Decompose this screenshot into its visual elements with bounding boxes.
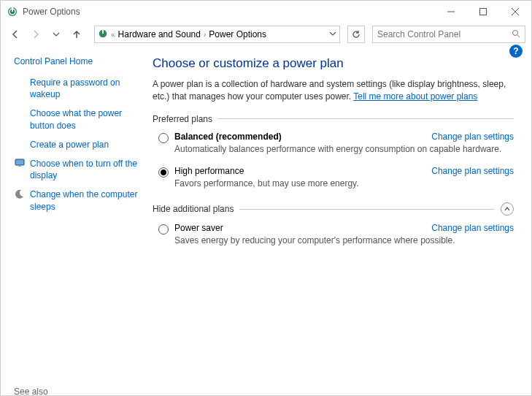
tell-me-more-link[interactable]: Tell me more about power plans xyxy=(353,91,477,102)
svg-rect-1 xyxy=(12,7,13,12)
see-also: See also Personalization User Accounts xyxy=(14,387,74,396)
svg-rect-12 xyxy=(18,165,21,167)
refresh-button[interactable] xyxy=(347,26,365,43)
plan-name: Power saver xyxy=(174,223,223,233)
sidebar-link-create-plan[interactable]: Create a power plan xyxy=(14,139,138,151)
moon-icon xyxy=(14,189,26,199)
change-plan-settings-link[interactable]: Change plan settings xyxy=(431,166,514,176)
sidebar-link-sleep[interactable]: Change when the computer sleeps xyxy=(14,189,138,212)
sidebar-link-label: Choose when to turn off the display xyxy=(30,158,138,181)
intro-text: A power plan is a collection of hardware… xyxy=(153,78,514,104)
navbar: « Hardware and Sound › Power Options Sea… xyxy=(1,23,531,46)
plan-description: Favors performance, but may use more ene… xyxy=(174,178,514,190)
preferred-plans-header: Preferred plans xyxy=(153,114,514,124)
monitor-icon xyxy=(14,158,26,168)
hide-additional-plans-header[interactable]: Hide additional plans xyxy=(153,202,514,216)
sidebar-link-label: Require a password on wakeup xyxy=(30,77,138,100)
svg-point-9 xyxy=(513,30,518,35)
sidebar-link-label: Change when the computer sleeps xyxy=(30,189,138,212)
page-title: Choose or customize a power plan xyxy=(153,56,514,71)
close-button[interactable] xyxy=(499,1,531,23)
plan-name: High performance xyxy=(174,166,244,176)
radio-power-saver[interactable] xyxy=(158,224,169,235)
control-panel-home-link[interactable]: Control Panel Home xyxy=(14,56,138,66)
power-options-icon xyxy=(7,6,18,18)
search-icon xyxy=(512,29,520,40)
up-button[interactable] xyxy=(68,26,85,43)
back-button[interactable] xyxy=(7,26,24,43)
address-dropdown-button[interactable] xyxy=(329,29,336,39)
plan-power-saver: Power saver Change plan settings Saves e… xyxy=(153,223,514,247)
svg-rect-8 xyxy=(102,29,104,33)
svg-line-10 xyxy=(517,35,520,37)
maximize-button[interactable] xyxy=(467,1,499,23)
minimize-button[interactable] xyxy=(435,1,467,23)
plan-name: Balanced (recommended) xyxy=(174,132,282,142)
svg-rect-11 xyxy=(15,159,24,165)
recent-locations-button[interactable] xyxy=(47,26,65,43)
change-plan-settings-link[interactable]: Change plan settings xyxy=(431,223,514,233)
sidebar-link-display-off[interactable]: Choose when to turn off the display xyxy=(14,158,138,181)
breadcrumb-item[interactable]: Power Options xyxy=(209,29,266,39)
plan-description: Saves energy by reducing your computer's… xyxy=(174,235,514,247)
breadcrumb-root-chevron[interactable]: « xyxy=(111,31,115,39)
forward-button[interactable] xyxy=(27,26,45,43)
sidebar-link-label: Create a power plan xyxy=(30,139,109,151)
power-options-icon xyxy=(98,28,108,41)
radio-balanced[interactable] xyxy=(158,133,169,143)
main-content: Choose or customize a power plan A power… xyxy=(147,46,531,396)
chevron-right-icon: › xyxy=(204,31,206,39)
chevron-up-icon[interactable] xyxy=(501,202,514,216)
search-input[interactable]: Search Control Panel xyxy=(372,26,525,43)
address-bar[interactable]: « Hardware and Sound › Power Options xyxy=(94,26,340,43)
sidebar-link-power-button[interactable]: Choose what the power button does xyxy=(14,107,138,131)
plan-balanced: Balanced (recommended) Change plan setti… xyxy=(153,132,514,156)
radio-high-performance[interactable] xyxy=(158,167,169,178)
see-also-header: See also xyxy=(14,387,74,396)
change-plan-settings-link[interactable]: Change plan settings xyxy=(431,132,514,142)
window-title: Power Options xyxy=(23,7,80,17)
plan-description: Automatically balances performance with … xyxy=(174,143,514,156)
svg-rect-4 xyxy=(480,9,487,15)
sidebar-link-wakeup-password[interactable]: Require a password on wakeup xyxy=(14,77,138,100)
sidebar: Control Panel Home Require a password on… xyxy=(1,46,147,396)
breadcrumb-item[interactable]: Hardware and Sound xyxy=(118,29,201,39)
search-placeholder: Search Control Panel xyxy=(377,29,512,39)
sidebar-link-label: Choose what the power button does xyxy=(30,107,138,131)
titlebar: Power Options xyxy=(1,1,531,23)
plan-high-performance: High performance Change plan settings Fa… xyxy=(153,166,514,190)
